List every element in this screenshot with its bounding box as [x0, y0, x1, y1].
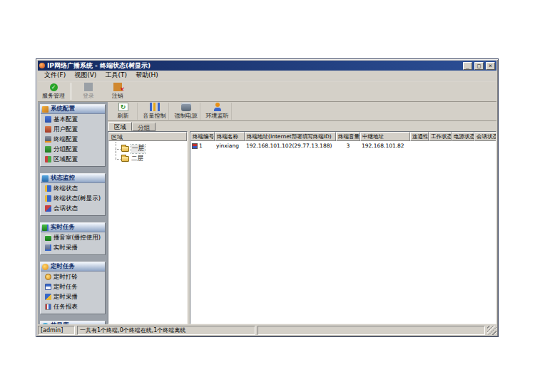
volume-control-button[interactable]: 音量控制 — [141, 103, 169, 120]
resize-grip[interactable] — [487, 326, 496, 335]
sidebar-item-label: 会话状态 — [54, 205, 78, 213]
title-bar[interactable]: IP网络广播系统 - 终端状态(树显示) _ □ × — [38, 61, 496, 71]
main-area: 系统配置 基本配置 用户配置 终端配置 分组配置 — [38, 102, 496, 324]
logout-label: 注销 — [112, 92, 123, 100]
content-toolbar: ↻ 刷新 音量控制 强制电源 环境监听 — [108, 102, 496, 121]
zone-tree-panel: 区域 分组 区域 一层 二层 — [108, 121, 188, 324]
user-config-icon — [45, 126, 51, 133]
tab-zone[interactable]: 区域 — [108, 122, 132, 131]
close-button[interactable]: × — [486, 62, 495, 70]
sidebar-item-label: 实时采播 — [54, 244, 78, 252]
sidebar-item-realtime-collect[interactable]: 实时采播 — [41, 243, 105, 252]
sidebar-item-broadcast-studio[interactable]: 播音室(播控使用) — [41, 233, 105, 242]
sidebar-header-label: 定时任务 — [51, 262, 75, 271]
logout-icon: × — [113, 83, 122, 91]
tree-node-label: 二层 — [131, 155, 143, 163]
sidebar-item-basic-config[interactable]: 基本配置 — [41, 115, 105, 124]
menu-tools[interactable]: 工具(T) — [101, 71, 131, 80]
col-terminal-address[interactable]: 终端地址(Internet部署填写终端ID) — [245, 132, 336, 141]
realtime-task-icon — [42, 225, 49, 231]
status-bar: [admin] 一共有1个终端,0个终端在线,1个终端离线 — [38, 324, 496, 335]
logout-button[interactable]: × 注销 — [103, 82, 132, 101]
sidebar-header-status-monitor[interactable]: 状态监控 — [41, 174, 105, 183]
sidebar-header-label: 实时任务 — [51, 223, 75, 232]
status-monitor-icon — [42, 175, 49, 182]
col-connectivity[interactable]: 连通性 — [410, 132, 429, 141]
sidebar-item-terminal-status[interactable]: 终端状态 — [41, 184, 105, 193]
task-report-icon — [45, 304, 51, 310]
navigation-sidebar: 系统配置 基本配置 用户配置 终端配置 分组配置 — [38, 102, 108, 324]
content-row: 区域 分组 区域 一层 二层 — [108, 121, 496, 324]
sidebar-item-group-config[interactable]: 分组配置 — [41, 145, 105, 154]
menu-view[interactable]: 视图(V) — [70, 71, 101, 80]
sidebar-header-label: 状态监控 — [51, 174, 75, 182]
sidebar-item-session-status[interactable]: 会话状态 — [41, 204, 105, 213]
status-filler — [258, 326, 485, 335]
toolbar-separator — [71, 83, 71, 100]
status-user: [admin] — [38, 326, 75, 335]
sidebar-item-zone-config[interactable]: 区域配置 — [41, 155, 105, 164]
volume-control-label: 音量控制 — [143, 112, 166, 120]
refresh-label: 刷新 — [118, 112, 129, 120]
tree-node-label: 一层 — [131, 145, 145, 153]
sidebar-item-label: 终端状态(树显示) — [54, 195, 101, 203]
sidebar-item-user-config[interactable]: 用户配置 — [41, 125, 105, 134]
col-work-status[interactable]: 工作状态 — [429, 132, 452, 141]
sidebar-item-timed-bell[interactable]: 定时打铃 — [41, 272, 105, 282]
table-row[interactable]: 1 yinxiang 192.168.101.102(29.77.13.188)… — [190, 141, 496, 150]
force-power-button[interactable]: 强制电源 — [172, 103, 200, 120]
sidebar-item-label: 任务报表 — [54, 303, 78, 311]
service-manage-button[interactable]: ✓ 服务管理 — [39, 82, 68, 101]
sidebar-item-label: 定时任务 — [54, 283, 78, 292]
menu-help[interactable]: 帮助(H) — [131, 71, 163, 80]
sidebar-group-timed-task: 定时任务 定时打铃 定时任务 定时采播 任务报表 — [40, 262, 106, 314]
force-power-label: 强制电源 — [175, 112, 198, 120]
service-manage-label: 服务管理 — [42, 92, 65, 100]
col-terminal-name[interactable]: 终端名称 — [215, 132, 245, 141]
sidebar-group-status-monitor: 状态监控 终端状态 终端状态(树显示) 会话状态 — [40, 173, 106, 216]
refresh-button[interactable]: ↻ 刷新 — [109, 103, 138, 120]
session-status-icon — [45, 205, 51, 212]
cell-terminal-name: yinxiang — [215, 143, 245, 149]
sidebar-item-task-report[interactable]: 任务报表 — [41, 302, 105, 311]
realtime-collect-icon — [45, 244, 51, 251]
login-button[interactable]: 登录 — [74, 82, 103, 101]
login-label: 登录 — [83, 92, 94, 100]
sidebar-item-label: 区域配置 — [54, 155, 78, 164]
login-icon — [84, 83, 93, 91]
menu-file[interactable]: 文件(F) — [40, 71, 70, 80]
service-manage-icon: ✓ — [50, 83, 58, 91]
tab-group[interactable]: 分组 — [132, 123, 156, 131]
env-monitor-label: 环境监听 — [206, 112, 229, 120]
maximize-button[interactable]: □ — [474, 62, 484, 70]
tree-node-floor1[interactable]: 一层 — [113, 144, 185, 154]
col-power-status[interactable]: 电源状态 — [452, 132, 474, 141]
tree-node-floor2[interactable]: 二层 — [113, 154, 185, 164]
env-monitor-icon — [213, 103, 223, 111]
terminal-config-icon — [45, 136, 51, 143]
col-session-status[interactable]: 会话状态 — [474, 132, 496, 141]
sidebar-item-label: 终端配置 — [54, 135, 78, 144]
sidebar-header-realtime-task[interactable]: 实时任务 — [41, 223, 105, 232]
col-relay-address[interactable]: 中继地址 — [360, 132, 410, 141]
sidebar-item-terminal-config[interactable]: 终端配置 — [41, 135, 105, 144]
cell-terminal-id: 1 — [190, 143, 215, 149]
sidebar-item-timed-job[interactable]: 定时任务 — [41, 282, 105, 292]
cell-terminal-volume: 3 — [336, 143, 360, 149]
sidebar-header-timed-task[interactable]: 定时任务 — [41, 262, 105, 272]
sidebar-header-system-config[interactable]: 系统配置 — [41, 105, 105, 114]
sidebar-item-label: 分组配置 — [54, 145, 78, 154]
sidebar-item-timed-collect[interactable]: 定时采播 — [41, 292, 105, 301]
main-toolbar: ✓ 服务管理 登录 × 注销 — [38, 81, 496, 102]
env-monitor-button[interactable]: 环境监听 — [203, 103, 232, 120]
tree-column-header[interactable]: 区域 — [108, 132, 187, 141]
window-title: IP网络广播系统 - 终端状态(树显示) — [47, 61, 461, 71]
sidebar-item-terminal-status-tree[interactable]: 终端状态(树显示) — [41, 194, 105, 203]
sidebar-header-label: 系统配置 — [51, 105, 75, 113]
sidebar-item-label: 播音室(播控使用) — [54, 234, 101, 242]
force-power-icon — [181, 103, 191, 111]
minimize-button[interactable]: _ — [463, 62, 472, 70]
sidebar-item-label: 定时打铃 — [54, 273, 78, 282]
col-terminal-volume[interactable]: 终端音量 — [336, 132, 360, 141]
col-terminal-id[interactable]: 终端编号 — [190, 132, 215, 141]
